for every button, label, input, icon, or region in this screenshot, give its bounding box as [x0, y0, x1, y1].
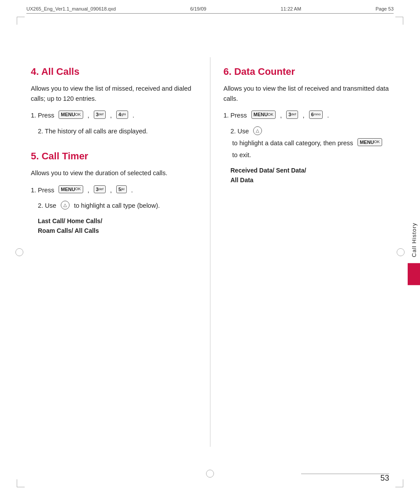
- sidebar-tab-bar: [408, 263, 420, 285]
- section-5-list: Last Call/ Home Calls/Roam Calls/ All Ca…: [38, 216, 197, 236]
- comma-4: ,: [108, 185, 114, 195]
- step-number: 1. Press: [224, 110, 249, 121]
- reg-mark-top-left: [17, 17, 25, 25]
- step-end-6: to exit.: [231, 150, 251, 160]
- main-content: 4. All Calls Allows you to view the list…: [31, 31, 389, 473]
- reg-mark-top-right: [395, 17, 403, 25]
- key-menu-ok-1: MENUOK: [59, 110, 83, 118]
- reg-mark-bottom-right: [395, 479, 403, 487]
- section-6-heading: 6. Data Counter: [224, 66, 390, 77]
- section-5-step-1: 1. Press MENUOK , 3def , 5jkl .: [31, 185, 197, 195]
- comma-1: ,: [86, 110, 91, 121]
- step-number: 1. Press: [31, 185, 56, 195]
- right-column: 6. Data Counter Allows you to view the l…: [210, 31, 390, 473]
- period-3: .: [325, 110, 329, 121]
- key-5jkl: 5jkl: [116, 185, 127, 193]
- section-4-all-calls: 4. All Calls Allows you to view the list…: [31, 66, 197, 136]
- comma-5: ,: [278, 110, 284, 121]
- sidebar-tab-label: Call History: [411, 219, 417, 260]
- key-menu-ok-2: MENUOK: [59, 185, 83, 193]
- section-5-call-timer: 5. Call Timer Allows you to view the dur…: [31, 151, 197, 236]
- step-mid-6: to highlight a data call category, then …: [231, 138, 355, 148]
- key-6mno: 6mno: [309, 110, 323, 118]
- section-5-step-2: 2. Use △ to highlight a call type (below…: [38, 201, 197, 211]
- circle-mark-right: [397, 248, 405, 256]
- sidebar-tab: Call History: [408, 219, 420, 285]
- comma-6: ,: [301, 110, 306, 121]
- section-4-step-1: 1. Press MENUOK , 3def , 4ghi .: [31, 110, 197, 121]
- header-filename: UX265_Eng_Ver1.1_manual_090618.qxd: [26, 6, 116, 11]
- step-suffix: to highlight a call type (below).: [72, 201, 160, 211]
- comma-3: ,: [86, 185, 91, 195]
- period: .: [131, 110, 134, 121]
- nav-icon-6: △: [253, 126, 262, 135]
- key-3def-3: 3def: [286, 110, 298, 118]
- section-5-body: Allows you to view the duration of selec…: [31, 168, 197, 178]
- step-prefix-6: 2. Use: [231, 126, 251, 136]
- section-6-step-2: 2. Use △ to highlight a data call catego…: [231, 126, 390, 161]
- key-3def-2: 3def: [94, 185, 106, 193]
- key-menu-ok-exit: MENUOK: [357, 138, 382, 146]
- comma-2: ,: [108, 110, 114, 121]
- left-column: 4. All Calls Allows you to view the list…: [31, 31, 210, 473]
- section-4-heading: 4. All Calls: [31, 66, 197, 77]
- circle-mark-left: [15, 248, 23, 256]
- step-prefix: 2. Use: [38, 201, 58, 211]
- bottom-rule: [301, 474, 389, 474]
- page-header: UX265_Eng_Ver1.1_manual_090618.qxd 6/19/…: [26, 6, 394, 14]
- section-4-step-2: 2. The history of all calls are displaye…: [38, 126, 197, 136]
- key-menu-ok-3: MENUOK: [251, 110, 276, 118]
- nav-icon-5: △: [61, 201, 70, 210]
- section-5-heading: 5. Call Timer: [31, 151, 197, 162]
- section-6-data-counter: 6. Data Counter Allows you to view the l…: [224, 66, 390, 185]
- section-6-step-1: 1. Press MENUOK , 3def , 6mno .: [224, 110, 390, 121]
- key-4ghi: 4ghi: [116, 110, 128, 118]
- header-date: 6/19/09: [190, 6, 206, 11]
- key-3def-1: 3def: [94, 110, 106, 118]
- header-time: 11:22 AM: [281, 6, 301, 11]
- page-number: 53: [380, 474, 389, 483]
- step-number: 1. Press: [31, 110, 56, 121]
- period-2: .: [129, 185, 133, 195]
- header-page: Page 53: [376, 6, 394, 11]
- reg-mark-bottom-left: [17, 479, 25, 487]
- section-4-body: Allows you to view the list of missed, r…: [31, 84, 197, 103]
- section-6-body: Allows you to view the list of received …: [224, 84, 390, 103]
- section-6-list: Received Data/ Sent Data/All Data: [231, 166, 390, 185]
